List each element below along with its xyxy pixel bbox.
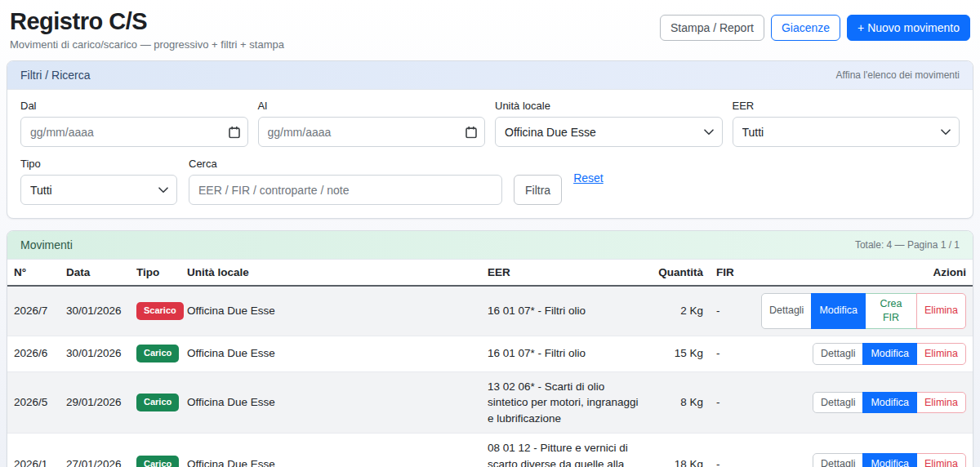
filter-body: Dal Al Unità locale bbox=[7, 90, 973, 218]
movement-number: 2026/1 bbox=[7, 434, 60, 467]
tipo-badge: Carico bbox=[136, 456, 179, 467]
movement-quantity: 15 Kg bbox=[648, 336, 710, 371]
eer-filter-select[interactable]: Tutti bbox=[733, 117, 960, 147]
movement-number: 2026/7 bbox=[7, 286, 60, 336]
table-row: 2026/7 30/01/2026 Scarico Officina Due E… bbox=[7, 286, 973, 336]
title-block: Registro C/S Movimenti di carico/scarico… bbox=[10, 8, 284, 51]
tipo-badge: Carico bbox=[136, 394, 179, 411]
movement-unit: Officina Due Esse bbox=[180, 286, 481, 336]
movement-eer: 08 01 12 - Pitture e vernici di scarto d… bbox=[481, 434, 648, 467]
al-date-input[interactable] bbox=[258, 117, 486, 147]
modifica-button[interactable]: Modifica bbox=[862, 453, 917, 467]
movement-fir: - bbox=[710, 434, 755, 467]
modifica-button[interactable]: Modifica bbox=[862, 392, 917, 414]
tipo-label: Tipo bbox=[20, 158, 177, 170]
unita-locale-label: Unità locale bbox=[495, 100, 723, 112]
eer-filter-field: EER Tutti bbox=[733, 100, 960, 147]
filtra-button[interactable]: Filtra bbox=[514, 175, 562, 205]
movements-card-title: Movimenti bbox=[20, 238, 73, 251]
filter-card-header: Filtri / Ricerca Affina l'elenco dei mov… bbox=[7, 61, 973, 90]
tipo-select[interactable]: Tutti bbox=[20, 175, 177, 205]
elimina-button[interactable]: Elimina bbox=[916, 343, 966, 365]
filter-card-hint: Affina l'elenco dei movimenti bbox=[836, 69, 960, 81]
movement-fir: - bbox=[710, 286, 755, 336]
nuovo-movimento-button[interactable]: + Nuovo movimento bbox=[847, 15, 970, 41]
table-row: 2026/5 29/01/2026 Carico Officina Due Es… bbox=[7, 371, 973, 434]
movement-unit: Officina Due Esse bbox=[180, 434, 481, 467]
row-actions: DettagliModificaElimina bbox=[813, 343, 966, 365]
chevron-down-icon bbox=[704, 129, 714, 136]
crea-fir-button[interactable]: Crea FIR bbox=[865, 293, 917, 329]
movements-card: Movimenti Totale: 4 — Pagina 1 / 1 N° Da… bbox=[7, 230, 973, 467]
movement-fir: - bbox=[710, 336, 755, 371]
stampa-report-button[interactable]: Stampa / Report bbox=[660, 15, 764, 41]
movement-eer: 16 01 07* - Filtri olio bbox=[481, 286, 648, 336]
reset-link[interactable]: Reset bbox=[573, 171, 604, 185]
column-header-n: N° bbox=[7, 260, 60, 286]
row-actions: DettagliModificaElimina bbox=[813, 453, 966, 467]
eer-filter-label: EER bbox=[733, 100, 960, 112]
movement-fir: - bbox=[710, 371, 755, 434]
movement-number: 2026/5 bbox=[7, 371, 60, 434]
modifica-button[interactable]: Modifica bbox=[862, 343, 917, 365]
column-header-unita: Unità locale bbox=[180, 260, 481, 286]
movement-date: 29/01/2026 bbox=[60, 371, 130, 434]
table-row: 2026/1 27/01/2026 Carico Officina Due Es… bbox=[7, 434, 973, 467]
column-header-fir: FIR bbox=[710, 260, 755, 286]
movement-date: 30/01/2026 bbox=[60, 286, 130, 336]
dal-field: Dal bbox=[20, 100, 248, 147]
movement-eer: 13 02 06* - Scarti di olio sintetico per… bbox=[481, 371, 648, 434]
dettagli-button[interactable]: Dettagli bbox=[761, 293, 812, 329]
cerca-field: Cerca bbox=[189, 158, 502, 205]
chevron-down-icon bbox=[941, 129, 951, 136]
column-header-data: Data bbox=[60, 260, 130, 286]
unita-locale-value: Officina Due Esse bbox=[505, 126, 697, 139]
unita-locale-field: Unità locale Officina Due Esse bbox=[495, 100, 723, 147]
movements-summary: Totale: 4 — Pagina 1 / 1 bbox=[855, 239, 960, 251]
topbar: Registro C/S Movimenti di carico/scarico… bbox=[7, 7, 973, 51]
al-label: Al bbox=[258, 100, 486, 112]
tipo-value: Tutti bbox=[30, 184, 152, 197]
dal-label: Dal bbox=[20, 100, 248, 112]
column-header-azioni: Azioni bbox=[755, 260, 973, 286]
table-header: N° Data Tipo Unità locale EER Quantità F… bbox=[7, 260, 973, 286]
dettagli-button[interactable]: Dettagli bbox=[813, 453, 863, 467]
movement-date: 30/01/2026 bbox=[60, 336, 130, 371]
elimina-button[interactable]: Elimina bbox=[916, 293, 966, 329]
eer-filter-value: Tutti bbox=[742, 126, 935, 139]
movement-unit: Officina Due Esse bbox=[180, 336, 481, 371]
elimina-button[interactable]: Elimina bbox=[916, 453, 966, 467]
unita-locale-select[interactable]: Officina Due Esse bbox=[495, 117, 723, 147]
movements-table: N° Data Tipo Unità locale EER Quantità F… bbox=[7, 260, 973, 467]
movement-eer: 16 01 07* - Filtri olio bbox=[481, 336, 648, 371]
dettagli-button[interactable]: Dettagli bbox=[813, 392, 863, 414]
filter-card-title: Filtri / Ricerca bbox=[20, 69, 91, 82]
tipo-badge: Scarico bbox=[136, 302, 184, 320]
movement-quantity: 8 Kg bbox=[648, 371, 710, 434]
column-header-quantita: Quantità bbox=[648, 260, 710, 286]
cerca-input[interactable] bbox=[189, 175, 502, 205]
movement-quantity: 2 Kg bbox=[648, 286, 710, 336]
tipo-badge: Carico bbox=[136, 345, 179, 362]
movements-card-header: Movimenti Totale: 4 — Pagina 1 / 1 bbox=[7, 231, 973, 260]
tipo-field: Tipo Tutti bbox=[20, 158, 177, 205]
chevron-down-icon bbox=[158, 187, 168, 193]
modifica-button[interactable]: Modifica bbox=[811, 293, 866, 329]
row-actions: DettagliModificaCrea FIRElimina bbox=[761, 293, 966, 329]
cerca-label: Cerca bbox=[189, 158, 502, 170]
dal-date-input[interactable] bbox=[20, 117, 248, 147]
table-row: 2026/6 30/01/2026 Carico Officina Due Es… bbox=[7, 336, 973, 371]
page-subtitle: Movimenti di carico/scarico — progressiv… bbox=[10, 38, 284, 51]
giacenze-button[interactable]: Giacenze bbox=[771, 15, 840, 41]
row-actions: DettagliModificaElimina bbox=[813, 392, 966, 414]
movement-unit: Officina Due Esse bbox=[180, 371, 481, 434]
page-title: Registro C/S bbox=[10, 8, 284, 35]
movement-quantity: 18 Kg bbox=[648, 434, 710, 467]
top-actions: Stampa / Report Giacenze + Nuovo movimen… bbox=[660, 8, 970, 41]
elimina-button[interactable]: Elimina bbox=[916, 392, 966, 414]
al-field: Al bbox=[258, 100, 486, 147]
movement-date: 27/01/2026 bbox=[60, 434, 130, 467]
column-header-tipo: Tipo bbox=[130, 260, 180, 286]
movements-tbody: 2026/7 30/01/2026 Scarico Officina Due E… bbox=[7, 286, 973, 467]
dettagli-button[interactable]: Dettagli bbox=[813, 343, 863, 365]
